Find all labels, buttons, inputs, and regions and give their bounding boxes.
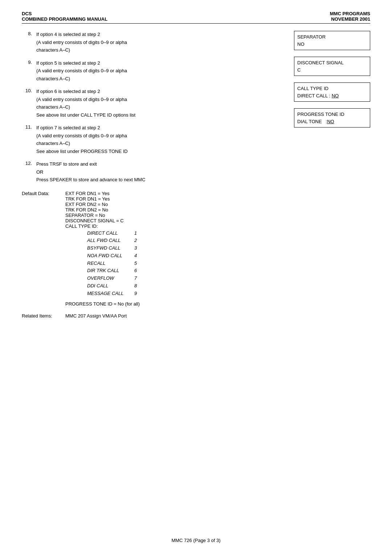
default-val-1: EXT FOR DN1 = Yes	[65, 191, 145, 196]
call-num: 6	[134, 267, 145, 275]
related-items-value: MMC 207 Assign VM/AA Port	[65, 313, 127, 319]
call-name: ALL FWD CALL	[87, 237, 134, 244]
default-val-4: TRK FOR DN2 = No	[65, 207, 145, 213]
item-9-line3: characters A–C)	[36, 75, 287, 82]
call-type-row: RECALL 5	[87, 260, 145, 267]
item-9-line1: If option 5 is selected at step 2	[36, 60, 287, 67]
item-12-line1: Press TRSF to store and exit	[36, 161, 287, 168]
call-num: 1	[134, 230, 145, 237]
item-content-10: If option 6 is selected at step 2 (A val…	[36, 88, 287, 119]
default-val-6: DISCONNECT SIGNAL = C	[65, 218, 145, 223]
call-type-row: ALL FWD CALL 2	[87, 237, 145, 244]
call-type-row: BSYFWD CALL 3	[87, 244, 145, 252]
display-disconnect-line2: C	[297, 66, 367, 74]
page: DCS COMBINED PROGRAMMING MANUAL MMC PROG…	[0, 0, 392, 554]
display-disconnect-line1: DISCONECT SIGNAL	[297, 59, 367, 66]
item-11-line1: If option 7 is selected at step 2	[36, 124, 287, 132]
call-num: 4	[134, 252, 145, 260]
header-left: DCS COMBINED PROGRAMMING MANUAL	[22, 11, 107, 22]
display-calltype-no: NO	[332, 93, 339, 98]
list-item: 9. If option 5 is selected at step 2 (A …	[22, 60, 287, 83]
item-8-line1: If option 4 is selected at step 2	[36, 31, 287, 38]
item-10-line3: characters A–C)	[36, 104, 287, 111]
call-name: DIR TRK CALL	[87, 267, 134, 275]
display-progress-no: NO	[327, 119, 334, 124]
related-items-section: Related Items: MMC 207 Assign VM/AA Port	[22, 313, 287, 319]
default-val-5: SEPARATOR = No	[65, 213, 145, 218]
default-val-3: EXT FOR DN2 = No	[65, 202, 145, 207]
call-name: DDI CALL	[87, 282, 134, 290]
item-8-line2: (A valid entry consists of digits 0–9 or…	[36, 39, 287, 46]
footer-text: MMC 726 (Page 3 of 3)	[171, 538, 220, 543]
header-date: NOVEMBER 2001	[330, 16, 370, 22]
item-content-9: If option 5 is selected at step 2 (A val…	[36, 60, 287, 83]
display-separator-line1: SEPARATOR	[297, 33, 367, 41]
item-10-line2: (A valid entry consists of digits 0–9 or…	[36, 96, 287, 103]
default-data-section: Default Data: EXT FOR DN1 = Yes TRK FOR …	[22, 191, 287, 307]
header-right: MMC PROGRAMS NOVEMBER 2001	[330, 11, 370, 22]
item-number-12: 12.	[22, 161, 36, 184]
main-content: 8. If option 4 is selected at step 2 (A …	[22, 31, 370, 319]
display-calltype-line2: DIRECT CALL : NO	[297, 92, 367, 100]
display-separator-line2: NO	[297, 41, 367, 48]
item-content-12: Press TRSF to store and exit OR Press SP…	[36, 161, 287, 184]
default-val-7: CALL TYPE ID:	[65, 223, 145, 229]
list-item: 11. If option 7 is selected at step 2 (A…	[22, 124, 287, 155]
left-column: 8. If option 4 is selected at step 2 (A …	[22, 31, 287, 319]
item-8-line3: characters A–C)	[36, 46, 287, 54]
item-9-line2: (A valid entry consists of digits 0–9 or…	[36, 67, 287, 74]
item-content-11: If option 7 is selected at step 2 (A val…	[36, 124, 287, 155]
call-type-row: DDI CALL 8	[87, 282, 145, 290]
call-num: 3	[134, 244, 145, 252]
item-11-line4: See above list under PROGRESS TONE ID	[36, 148, 287, 155]
header-mmc: MMC PROGRAMS	[330, 11, 370, 16]
call-type-row: NOA FWD CALL 4	[87, 252, 145, 260]
item-number-9: 9.	[22, 60, 36, 83]
default-val-2: TRK FOR DN1 = Yes	[65, 196, 145, 202]
display-box-separator: SEPARATOR NO	[294, 31, 370, 50]
display-box-disconnect: DISCONECT SIGNAL C	[294, 57, 370, 76]
call-num: 2	[134, 237, 145, 244]
item-11-line3: characters A–C)	[36, 140, 287, 147]
display-progress-line2: DIAL TONE :NO	[297, 118, 367, 125]
default-data-label: Default Data:	[22, 191, 65, 307]
call-num: 8	[134, 282, 145, 290]
item-12-line2: OR	[36, 169, 287, 176]
list-item: 12. Press TRSF to store and exit OR Pres…	[22, 161, 287, 184]
header-manual: COMBINED PROGRAMMING MANUAL	[22, 16, 107, 22]
item-number-11: 11.	[22, 124, 36, 155]
item-11-line2: (A valid entry consists of digits 0–9 or…	[36, 132, 287, 139]
call-type-row: OVERFLOW 7	[87, 275, 145, 282]
call-name: BSYFWD CALL	[87, 244, 134, 252]
item-number-10: 10.	[22, 88, 36, 119]
display-box-calltype: CALL TYPE ID DIRECT CALL : NO	[294, 82, 370, 102]
call-name: NOA FWD CALL	[87, 252, 134, 260]
default-data-row: Default Data: EXT FOR DN1 = Yes TRK FOR …	[22, 191, 287, 307]
item-10-line4: See above list under CALL TYPE ID option…	[36, 112, 287, 119]
item-number-8: 8.	[22, 31, 36, 54]
call-type-table: DIRECT CALL 1 ALL FWD CALL 2 BSYFWD CALL…	[87, 230, 145, 298]
call-name: MESSAGE CALL	[87, 290, 134, 298]
display-calltype-line1: CALL TYPE ID	[297, 85, 367, 92]
call-type-row: MESSAGE CALL 9	[87, 290, 145, 298]
progress-tone-default: PROGRESS TONE ID = No (for all)	[65, 301, 145, 307]
call-name: OVERFLOW	[87, 275, 134, 282]
call-name: RECALL	[87, 260, 134, 267]
item-content-8: If option 4 is selected at step 2 (A val…	[36, 31, 287, 54]
list-item: 8. If option 4 is selected at step 2 (A …	[22, 31, 287, 54]
display-box-progress: PROGRESS TONE ID DIAL TONE :NO	[294, 108, 370, 128]
header-dcs: DCS	[22, 11, 107, 16]
item-10-line1: If option 6 is selected at step 2	[36, 88, 287, 95]
call-name: DIRECT CALL	[87, 230, 134, 237]
call-num: 7	[134, 275, 145, 282]
page-header: DCS COMBINED PROGRAMMING MANUAL MMC PROG…	[22, 11, 370, 24]
related-items-label: Related Items:	[22, 313, 65, 319]
call-num: 9	[134, 290, 145, 298]
call-type-row: DIRECT CALL 1	[87, 230, 145, 237]
item-12-line3: Press SPEAKER to store and advance to ne…	[36, 176, 287, 183]
page-footer: MMC 726 (Page 3 of 3)	[0, 538, 392, 543]
call-type-row: DIR TRK CALL 6	[87, 267, 145, 275]
default-data-values: EXT FOR DN1 = Yes TRK FOR DN1 = Yes EXT …	[65, 191, 145, 307]
call-num: 5	[134, 260, 145, 267]
display-progress-line1: PROGRESS TONE ID	[297, 111, 367, 118]
